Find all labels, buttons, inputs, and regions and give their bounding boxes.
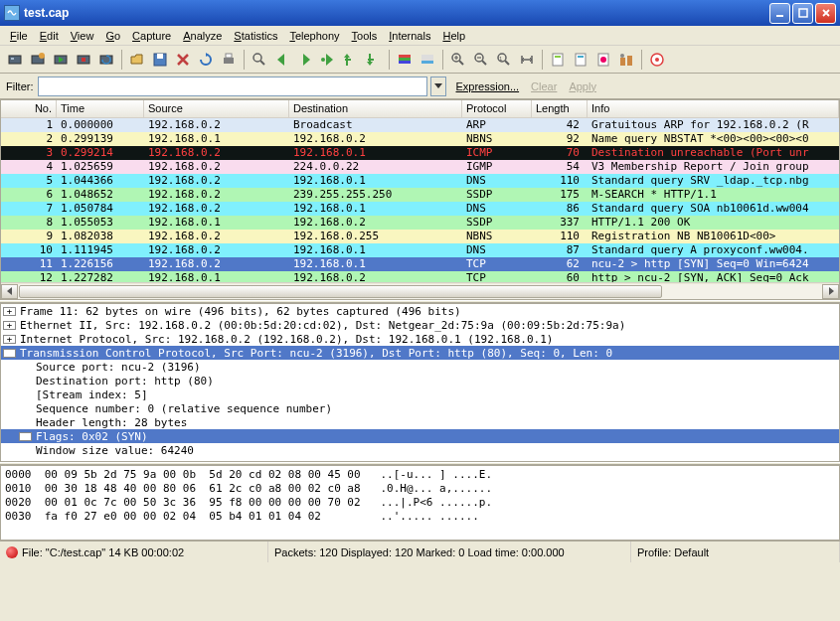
tree-expander[interactable]: + (19, 432, 32, 441)
hex-row[interactable]: 0020 00 01 0c 7c 00 50 3c 36 95 f8 00 00… (5, 496, 835, 510)
help-icon[interactable] (646, 49, 668, 71)
restart-capture-icon[interactable] (95, 49, 117, 71)
tree-node[interactable]: +Flags: 0x02 (SYN) (1, 429, 839, 443)
minimize-button[interactable] (769, 3, 790, 24)
col-protocol[interactable]: Protocol (462, 100, 532, 117)
packet-row[interactable]: 10.000000192.168.0.2BroadcastARP42Gratui… (1, 118, 839, 132)
col-length[interactable]: Length (532, 100, 588, 117)
clear-button[interactable]: Clear (531, 80, 557, 92)
packet-row[interactable]: 30.299214192.168.0.2192.168.0.1ICMP70Des… (1, 146, 839, 160)
filter-input[interactable] (38, 77, 427, 96)
packet-row[interactable]: 101.111945192.168.0.2192.168.0.1DNS87Sta… (1, 243, 839, 257)
zoom-100-icon[interactable]: 1 (493, 49, 515, 71)
interfaces-icon[interactable] (4, 49, 26, 71)
packet-row[interactable]: 61.048652192.168.0.2239.255.255.250SSDP1… (1, 188, 839, 202)
menu-telephony[interactable]: Telephony (283, 28, 345, 44)
go-back-icon[interactable] (271, 49, 293, 71)
hex-row[interactable]: 0000 00 09 5b 2d 75 9a 00 0b 5d 20 cd 02… (5, 468, 835, 482)
packet-details-pane[interactable]: +Frame 11: 62 bytes on wire (496 bits), … (0, 303, 840, 462)
tree-expander[interactable]: + (3, 307, 16, 316)
menu-capture[interactable]: Capture (126, 28, 177, 44)
menu-go[interactable]: Go (99, 28, 126, 44)
menu-help[interactable]: Help (436, 28, 471, 44)
packet-row[interactable]: 121.227282192.168.0.1192.168.0.2TCP60htt… (1, 271, 839, 282)
close-icon[interactable] (172, 49, 194, 71)
zoom-out-icon[interactable] (470, 49, 492, 71)
menu-statistics[interactable]: Statistics (228, 28, 283, 44)
print-icon[interactable] (218, 49, 240, 71)
display-filters-icon[interactable] (570, 49, 591, 71)
tree-node[interactable]: Destination port: http (80) (1, 374, 839, 388)
menu-tools[interactable]: Tools (346, 28, 384, 44)
tree-node[interactable]: -Transmission Control Protocol, Src Port… (1, 346, 839, 360)
auto-scroll-icon[interactable] (417, 49, 438, 71)
resize-columns-icon[interactable] (516, 49, 538, 71)
close-button[interactable] (815, 3, 836, 24)
packet-list-hscroll[interactable] (1, 282, 839, 299)
go-first-icon[interactable] (340, 49, 362, 71)
maximize-button[interactable] (792, 3, 813, 24)
scroll-left-button[interactable] (1, 284, 18, 299)
menu-analyze[interactable]: Analyze (177, 28, 228, 44)
hex-row[interactable]: 0030 fa f0 27 e0 00 00 02 04 05 b4 01 01… (5, 510, 835, 524)
apply-button[interactable]: Apply (569, 80, 596, 92)
col-time[interactable]: Time (57, 100, 144, 117)
col-source[interactable]: Source (144, 100, 289, 117)
menu-file[interactable]: File (4, 28, 34, 44)
go-last-icon[interactable] (363, 49, 385, 71)
capture-filters-icon[interactable] (547, 49, 569, 71)
options-icon[interactable] (27, 49, 49, 71)
colorize-icon[interactable] (394, 49, 416, 71)
scroll-thumb[interactable] (19, 285, 662, 298)
packet-bytes-pane[interactable]: 0000 00 09 5b 2d 75 9a 00 0b 5d 20 cd 02… (0, 465, 840, 541)
col-destination[interactable]: Destination (289, 100, 462, 117)
menu-internals[interactable]: Internals (383, 28, 436, 44)
go-forward-icon[interactable] (294, 49, 316, 71)
packet-row[interactable]: 20.299139192.168.0.1192.168.0.2NBNS92Nam… (1, 132, 839, 146)
tree-node[interactable]: Window size value: 64240 (1, 443, 839, 457)
stop-capture-icon[interactable] (73, 49, 94, 71)
tree-text: Frame 11: 62 bytes on wire (496 bits), 6… (18, 305, 461, 318)
tree-node[interactable]: Header length: 28 bytes (1, 415, 839, 429)
filter-dropdown-button[interactable] (430, 77, 446, 96)
start-capture-icon[interactable] (50, 49, 72, 71)
go-to-icon[interactable] (317, 49, 339, 71)
cell-dst: 192.168.0.1 (289, 146, 462, 160)
tree-node[interactable]: Sequence number: 0 (relative sequence nu… (1, 401, 839, 415)
tree-expander[interactable]: + (3, 335, 16, 344)
preferences-icon[interactable] (615, 49, 637, 71)
packet-row[interactable]: 51.044366192.168.0.2192.168.0.1DNS110Sta… (1, 174, 839, 188)
scroll-track[interactable] (18, 284, 822, 299)
tree-node[interactable]: [Stream index: 5] (1, 388, 839, 401)
tree-node[interactable]: +Internet Protocol, Src: 192.168.0.2 (19… (1, 332, 839, 346)
hex-row[interactable]: 0010 00 30 18 48 40 00 80 06 61 2c c0 a8… (5, 482, 835, 496)
coloring-rules-icon[interactable] (592, 49, 614, 71)
tree-expander[interactable]: - (3, 349, 16, 358)
packet-row[interactable]: 41.025659192.168.0.2224.0.0.22IGMP54V3 M… (1, 160, 839, 174)
packet-row[interactable]: 111.226156192.168.0.2192.168.0.1TCP62ncu… (1, 257, 839, 271)
open-icon[interactable] (126, 49, 148, 71)
col-no[interactable]: No. (1, 100, 57, 117)
expression-button[interactable]: Expression... (456, 80, 520, 92)
packet-list-body[interactable]: 10.000000192.168.0.2BroadcastARP42Gratui… (1, 118, 839, 282)
tree-node[interactable]: +Ethernet II, Src: 192.168.0.2 (00:0b:5d… (1, 318, 839, 332)
reload-icon[interactable] (195, 49, 217, 71)
expert-info-icon[interactable] (6, 546, 18, 558)
menu-edit[interactable]: Edit (34, 28, 65, 44)
tree-expander[interactable]: + (3, 321, 16, 330)
zoom-in-icon[interactable] (447, 49, 469, 71)
tree-node[interactable]: Source port: ncu-2 (3196) (1, 360, 839, 374)
status-profile[interactable]: Profile: Default (631, 542, 840, 562)
menu-view[interactable]: View (65, 28, 100, 44)
tree-node[interactable]: +Frame 11: 62 bytes on wire (496 bits), … (1, 304, 839, 318)
packet-row[interactable]: 71.050784192.168.0.2192.168.0.1DNS86Stan… (1, 202, 839, 216)
save-icon[interactable] (149, 49, 171, 71)
col-info[interactable]: Info (588, 100, 839, 117)
packet-row[interactable]: 81.055053192.168.0.1192.168.0.2SSDP337HT… (1, 216, 839, 230)
scroll-right-button[interactable] (822, 284, 839, 299)
find-icon[interactable] (249, 49, 270, 71)
packet-row[interactable]: 91.082038192.168.0.2192.168.0.255NBNS110… (1, 230, 839, 243)
cell-info: M-SEARCH * HTTP/1.1 (588, 188, 839, 202)
cell-no: 9 (1, 230, 57, 243)
svg-point-5 (39, 53, 45, 59)
